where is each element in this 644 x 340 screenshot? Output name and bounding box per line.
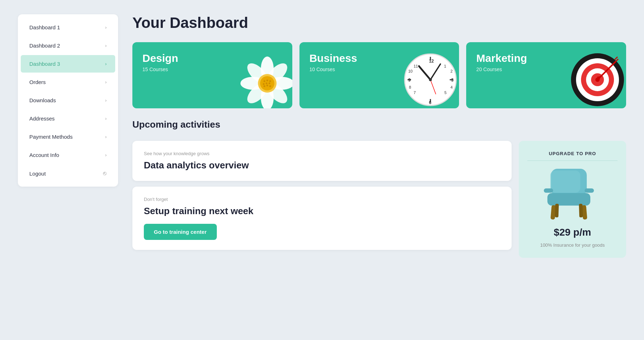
upgrade-label: UPGRADE TO PRO	[549, 151, 596, 156]
sidebar-item-label-addresses: Addresses	[29, 115, 55, 122]
sidebar-item-label-payment-methods: Payment Methods	[29, 134, 73, 140]
svg-point-11	[266, 80, 268, 82]
svg-text:4: 4	[450, 85, 453, 89]
svg-text:2: 2	[450, 69, 453, 73]
upgrade-card: UPGRADE TO PRO	[519, 141, 626, 258]
sidebar-item-logout[interactable]: Logout ⎋	[21, 164, 115, 182]
activity-title-1: Data analytics overview	[144, 160, 500, 171]
course-card-subtitle-design: 15 Courses	[142, 66, 282, 72]
svg-point-12	[269, 80, 271, 82]
svg-rect-58	[544, 188, 553, 193]
sidebar-item-label-account-info: Account Info	[29, 152, 59, 158]
course-card-subtitle-business: 10 Courses	[309, 66, 449, 72]
sidebar-item-downloads[interactable]: Downloads ›	[21, 92, 115, 109]
course-cards-row: Design 15 Courses	[132, 42, 626, 108]
upgrade-description: 100% Insurance for your goods	[540, 242, 605, 248]
svg-text:7: 7	[414, 90, 416, 95]
svg-point-15	[268, 83, 270, 84]
chevron-right-icon: ›	[105, 134, 107, 139]
chevron-right-icon: ›	[105, 152, 107, 158]
chevron-right-icon: ›	[105, 116, 107, 121]
chair-image	[540, 165, 605, 222]
upcoming-section: Upcoming activities	[132, 119, 626, 130]
sidebar-item-label-logout: Logout	[29, 171, 46, 177]
logout-icon: ⎋	[103, 170, 107, 177]
svg-rect-59	[585, 188, 594, 193]
activities-list: See how your knowledge grows Data analyt…	[132, 141, 512, 250]
sidebar-item-payment-methods[interactable]: Payment Methods ›	[21, 128, 115, 146]
svg-text:5: 5	[444, 90, 447, 95]
svg-rect-52	[547, 193, 590, 206]
svg-point-40	[429, 78, 432, 81]
svg-rect-56	[555, 204, 559, 217]
course-card-business[interactable]: Business 10 Courses 12 6 9 3 1 2 4	[299, 42, 459, 108]
chevron-right-icon: ›	[105, 61, 107, 66]
sidebar-item-label-dashboard-2: Dashboard 2	[29, 43, 60, 49]
sidebar-item-dashboard-3[interactable]: Dashboard 3 ›	[21, 55, 115, 73]
sidebar-item-label-orders: Orders	[29, 79, 46, 85]
svg-text:3: 3	[451, 78, 454, 83]
upgrade-divider	[527, 161, 618, 161]
sidebar-item-orders[interactable]: Orders ›	[21, 73, 115, 91]
sidebar: Dashboard 1 › Dashboard 2 › Dashboard 3 …	[18, 14, 118, 187]
upcoming-title: Upcoming activities	[132, 119, 626, 130]
sidebar-item-account-info[interactable]: Account Info ›	[21, 146, 115, 164]
svg-point-13	[263, 83, 264, 85]
svg-point-14	[265, 83, 267, 84]
upgrade-price: $29 p/m	[554, 227, 591, 238]
course-card-title-business: Business	[309, 52, 449, 64]
course-card-design[interactable]: Design 15 Courses	[132, 42, 292, 108]
activity-tag-1: See how your knowledge grows	[144, 151, 500, 156]
go-to-training-button[interactable]: Go to training center	[144, 224, 217, 240]
activity-card-2: Don't forget Setup training next week Go…	[132, 187, 512, 250]
course-card-subtitle-marketing: 20 Courses	[476, 66, 616, 72]
svg-point-17	[266, 85, 268, 87]
svg-text:6: 6	[429, 100, 431, 105]
activity-card-1: See how your knowledge grows Data analyt…	[132, 141, 512, 181]
main-content: Your Dashboard Design 15 Courses	[132, 14, 626, 258]
svg-text:9: 9	[408, 78, 411, 83]
course-card-title-design: Design	[142, 52, 282, 64]
page-title: Your Dashboard	[132, 14, 626, 31]
sidebar-item-label-dashboard-1: Dashboard 1	[29, 24, 60, 30]
sidebar-item-label-dashboard-3: Dashboard 3	[29, 61, 60, 67]
course-card-title-marketing: Marketing	[476, 52, 616, 64]
activity-title-2: Setup training next week	[144, 206, 500, 217]
sidebar-item-addresses[interactable]: Addresses ›	[21, 110, 115, 127]
chevron-right-icon: ›	[105, 43, 107, 48]
course-card-marketing[interactable]: Marketing 20 Courses	[466, 42, 626, 108]
svg-point-16	[263, 85, 265, 87]
sidebar-item-dashboard-1[interactable]: Dashboard 1 ›	[21, 19, 115, 36]
svg-point-18	[269, 85, 271, 87]
chevron-right-icon: ›	[105, 98, 107, 103]
svg-text:8: 8	[409, 85, 411, 89]
activities-area: See how your knowledge grows Data analyt…	[132, 141, 626, 258]
activity-tag-2: Don't forget	[144, 197, 500, 202]
chevron-right-icon: ›	[105, 25, 107, 30]
svg-rect-53	[550, 171, 580, 193]
svg-rect-57	[579, 204, 583, 217]
chevron-right-icon: ›	[105, 79, 107, 85]
sidebar-item-label-downloads: Downloads	[29, 97, 56, 103]
svg-point-10	[263, 80, 265, 82]
sidebar-item-dashboard-2[interactable]: Dashboard 2 ›	[21, 37, 115, 54]
